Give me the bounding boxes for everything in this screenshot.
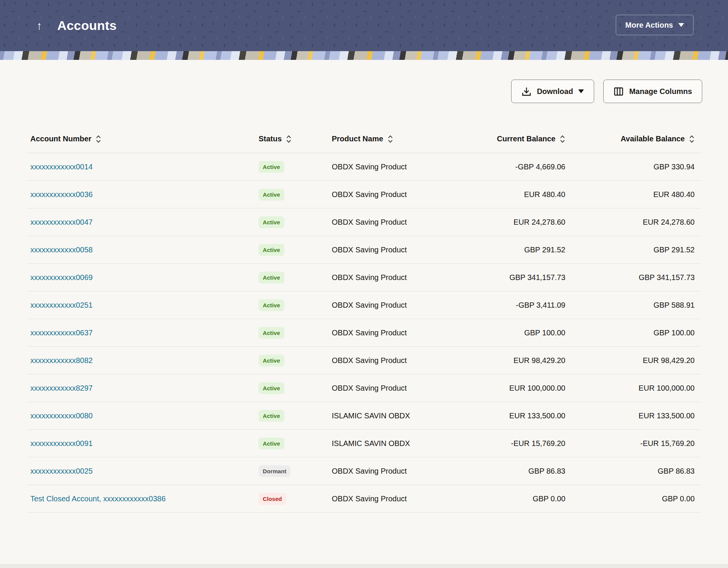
sort-chevrons-icon [689, 135, 695, 143]
account-number-link[interactable]: xxxxxxxxxxxx0036 [30, 190, 93, 199]
more-actions-button[interactable]: More Actions [616, 15, 693, 35]
account-number-link[interactable]: xxxxxxxxxxxx0014 [30, 163, 93, 171]
current-balance: -EUR 15,769.20 [447, 439, 565, 448]
table-row: xxxxxxxxxxxx0047 Active OBDX Saving Prod… [27, 208, 701, 236]
table-row: xxxxxxxxxxxx0014 Active OBDX Saving Prod… [27, 153, 701, 181]
table-row: xxxxxxxxxxxx0637 Active OBDX Saving Prod… [27, 319, 701, 347]
current-balance: EUR 100,000.00 [447, 384, 565, 393]
column-header-label: Current Balance [497, 135, 556, 143]
available-balance: GBP 0.00 [565, 494, 701, 503]
account-number-link[interactable]: xxxxxxxxxxxx0637 [30, 329, 93, 337]
caret-down-icon [678, 23, 684, 27]
sort-chevrons-icon [96, 135, 101, 143]
table-toolbar: Download Manage Columns [0, 80, 702, 103]
available-balance: GBP 100.00 [565, 329, 701, 337]
status-badge: Active [259, 161, 284, 173]
product-name: OBDX Saving Product [332, 384, 447, 393]
current-balance: EUR 98,429.20 [447, 356, 565, 365]
product-name: OBDX Saving Product [332, 163, 447, 171]
column-header-label: Status [259, 135, 282, 143]
download-label: Download [537, 87, 573, 96]
sort-chevrons-icon [286, 135, 292, 143]
account-number-link[interactable]: xxxxxxxxxxxx0025 [30, 467, 93, 475]
manage-columns-label: Manage Columns [629, 87, 692, 96]
account-number-link[interactable]: xxxxxxxxxxxx0069 [30, 273, 93, 282]
current-balance: GBP 0.00 [447, 494, 565, 503]
table-header-row: Account Number Status Product Name Curre… [27, 125, 701, 153]
account-number-link[interactable]: xxxxxxxxxxxx8082 [30, 356, 93, 365]
available-balance: EUR 24,278.60 [565, 218, 701, 227]
accounts-table: Account Number Status Product Name Curre… [27, 125, 701, 513]
available-balance: EUR 98,429.20 [565, 356, 701, 365]
available-balance: EUR 100,000.00 [565, 384, 701, 393]
status-badge: Closed [259, 493, 286, 505]
table-row: xxxxxxxxxxxx0080 Active ISLAMIC SAVIN OB… [27, 402, 701, 430]
current-balance: EUR 480.40 [447, 190, 565, 199]
table-row: xxxxxxxxxxxx0058 Active OBDX Saving Prod… [27, 236, 701, 264]
product-name: OBDX Saving Product [332, 467, 447, 476]
current-balance: GBP 86.83 [447, 467, 565, 476]
account-number-link[interactable]: Test Closed Account, xxxxxxxxxxxx0386 [30, 494, 166, 503]
table-row: xxxxxxxxxxxx0036 Active OBDX Saving Prod… [27, 181, 701, 208]
status-badge: Active [259, 382, 284, 394]
manage-columns-icon [613, 86, 624, 97]
account-number-link[interactable]: xxxxxxxxxxxx0058 [30, 246, 93, 254]
table-row: xxxxxxxxxxxx8082 Active OBDX Saving Prod… [27, 347, 701, 374]
column-header-label: Account Number [30, 135, 91, 143]
available-balance: GBP 86.83 [565, 467, 701, 476]
status-badge: Active [259, 272, 284, 283]
account-number-link[interactable]: xxxxxxxxxxxx0251 [30, 301, 93, 309]
current-balance: EUR 24,278.60 [447, 218, 565, 227]
table-row: xxxxxxxxxxxx8297 Active OBDX Saving Prod… [27, 374, 701, 402]
column-header-label: Available Balance [621, 135, 685, 143]
more-actions-label: More Actions [625, 21, 673, 30]
column-header-product[interactable]: Product Name [332, 135, 447, 143]
available-balance: EUR 133,500.00 [565, 412, 701, 420]
current-balance: GBP 100.00 [447, 329, 565, 337]
status-badge: Active [259, 216, 284, 228]
available-balance: GBP 588.91 [565, 301, 701, 310]
table-row: xxxxxxxxxxxx0069 Active OBDX Saving Prod… [27, 264, 701, 291]
download-icon [521, 86, 532, 97]
column-header-account[interactable]: Account Number [27, 135, 259, 143]
status-badge: Active [259, 327, 284, 339]
page-title: Accounts [57, 18, 117, 33]
column-header-current[interactable]: Current Balance [447, 135, 565, 143]
account-number-link[interactable]: xxxxxxxxxxxx0091 [30, 439, 93, 448]
available-balance: EUR 480.40 [565, 190, 701, 199]
account-number-link[interactable]: xxxxxxxxxxxx8297 [30, 384, 93, 392]
table-row: xxxxxxxxxxxx0025 Dormant OBDX Saving Pro… [27, 457, 701, 485]
account-number-link[interactable]: xxxxxxxxxxxx0047 [30, 218, 93, 226]
column-header-status[interactable]: Status [259, 135, 332, 143]
current-balance: GBP 341,157.73 [447, 273, 565, 282]
product-name: OBDX Saving Product [332, 190, 447, 199]
available-balance: GBP 341,157.73 [565, 273, 701, 282]
product-name: OBDX Saving Product [332, 246, 447, 254]
available-balance: GBP 330.94 [565, 163, 701, 171]
manage-columns-button[interactable]: Manage Columns [603, 80, 702, 103]
current-balance: EUR 133,500.00 [447, 412, 565, 420]
status-badge: Active [259, 355, 284, 366]
product-name: ISLAMIC SAVIN OBDX [332, 439, 447, 448]
page-header: ↑ Accounts More Actions [0, 0, 728, 51]
back-arrow-icon[interactable]: ↑ [36, 20, 42, 31]
status-badge: Active [259, 189, 284, 200]
caret-down-icon [578, 89, 584, 93]
sort-chevrons-icon [560, 135, 565, 143]
column-header-available[interactable]: Available Balance [565, 135, 701, 143]
product-name: OBDX Saving Product [332, 329, 447, 337]
table-body: xxxxxxxxxxxx0014 Active OBDX Saving Prod… [27, 153, 701, 513]
available-balance: GBP 291.52 [565, 246, 701, 254]
product-name: OBDX Saving Product [332, 494, 447, 503]
current-balance: -GBP 3,411.09 [447, 301, 565, 310]
product-name: OBDX Saving Product [332, 273, 447, 282]
account-number-link[interactable]: xxxxxxxxxxxx0080 [30, 412, 93, 420]
status-badge: Active [259, 299, 284, 311]
table-row: Test Closed Account, xxxxxxxxxxxx0386 Cl… [27, 485, 701, 513]
horizontal-scrollbar[interactable] [0, 564, 728, 568]
status-badge: Active [259, 438, 284, 449]
table-row: xxxxxxxxxxxx0251 Active OBDX Saving Prod… [27, 291, 701, 319]
accounts-content: Download Manage Columns Account Number S… [0, 80, 728, 513]
download-button[interactable]: Download [511, 80, 595, 103]
product-name: ISLAMIC SAVIN OBDX [332, 412, 447, 420]
